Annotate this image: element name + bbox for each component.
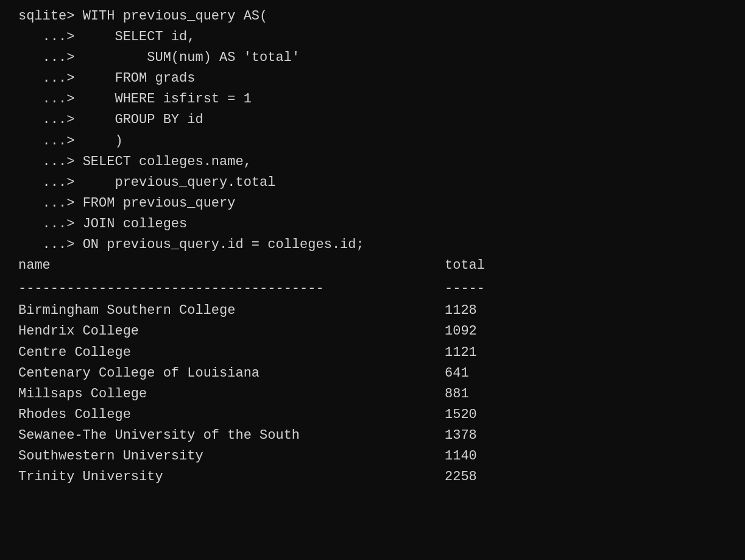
prompt-11: ...> — [18, 214, 83, 235]
result-name-4: Centenary College of Louisiana — [18, 363, 445, 384]
col-header-name: name — [18, 255, 445, 276]
result-total-1: 1128 — [445, 300, 477, 321]
query-line-3: ...> SUM(num) AS 'total' — [18, 48, 745, 68]
query-line-2: ...> SELECT id, — [18, 27, 745, 48]
terminal: sqlite> WITH previous_query AS( ...> SEL… — [18, 6, 745, 560]
code-6: GROUP BY id — [83, 110, 203, 130]
query-line-11: ...> JOIN colleges — [18, 214, 745, 235]
column-header-row: nametotal — [18, 255, 745, 276]
result-name-1: Birmingham Southern College — [18, 300, 445, 321]
result-name-6: Rhodes College — [18, 405, 445, 425]
result-name-7: Sewanee-The University of the South — [18, 425, 445, 446]
result-row-8: Southwestern University1140 — [18, 446, 745, 467]
separator-row: ----------------------------------------… — [18, 278, 745, 299]
code-8: SELECT colleges.name, — [83, 152, 252, 172]
query-line-4: ...> FROM grads — [18, 68, 745, 89]
result-row-4: Centenary College of Louisiana641 — [18, 363, 745, 384]
prompt-4: ...> — [18, 68, 83, 89]
result-name-2: Hendrix College — [18, 321, 445, 342]
query-line-12: ...> ON previous_query.id = colleges.id; — [18, 235, 745, 255]
result-total-5: 881 — [445, 384, 469, 405]
query-line-8: ...> SELECT colleges.name, — [18, 152, 745, 172]
result-row-2: Hendrix College1092 — [18, 321, 745, 342]
prompt-1: sqlite> — [18, 6, 83, 27]
result-name-5: Millsaps College — [18, 384, 445, 405]
code-11: JOIN colleges — [83, 214, 188, 235]
code-10: FROM previous_query — [83, 193, 236, 214]
result-name-8: Southwestern University — [18, 446, 445, 467]
prompt-5: ...> — [18, 89, 83, 110]
query-line-6: ...> GROUP BY id — [18, 110, 745, 130]
prompt-2: ...> — [18, 27, 83, 48]
separator-total: ----- — [445, 278, 485, 299]
result-total-8: 1140 — [445, 446, 477, 467]
query-line-9: ...> previous_query.total — [18, 172, 745, 193]
result-total-6: 1520 — [445, 405, 477, 425]
result-row-7: Sewanee-The University of the South1378 — [18, 425, 745, 446]
result-name-9: Trinity University — [18, 467, 445, 487]
query-line-7: ...> ) — [18, 131, 745, 152]
separator-name: -------------------------------------- — [18, 278, 445, 299]
result-name-3: Centre College — [18, 342, 445, 363]
prompt-6: ...> — [18, 110, 83, 130]
result-row-9: Trinity University2258 — [18, 467, 745, 487]
code-12: ON previous_query.id = colleges.id; — [83, 235, 364, 255]
prompt-9: ...> — [18, 172, 83, 193]
prompt-12: ...> — [18, 235, 83, 255]
code-5: WHERE isfirst = 1 — [83, 89, 252, 110]
result-total-9: 2258 — [445, 467, 477, 487]
prompt-8: ...> — [18, 152, 83, 172]
result-total-7: 1378 — [445, 425, 477, 446]
prompt-3: ...> — [18, 48, 83, 68]
query-line-1: sqlite> WITH previous_query AS( — [18, 6, 745, 27]
code-7: ) — [83, 131, 123, 152]
result-row-5: Millsaps College881 — [18, 384, 745, 405]
result-total-4: 641 — [445, 363, 469, 384]
prompt-10: ...> — [18, 193, 83, 214]
code-4: FROM grads — [83, 68, 196, 89]
code-1: WITH previous_query AS( — [83, 6, 268, 27]
result-total-2: 1092 — [445, 321, 477, 342]
result-row-1: Birmingham Southern College1128 — [18, 300, 745, 321]
prompt-7: ...> — [18, 131, 83, 152]
result-total-3: 1121 — [445, 342, 477, 363]
query-line-10: ...> FROM previous_query — [18, 193, 745, 214]
query-line-5: ...> WHERE isfirst = 1 — [18, 89, 745, 110]
result-row-6: Rhodes College1520 — [18, 405, 745, 425]
col-header-total: total — [445, 255, 485, 276]
code-2: SELECT id, — [83, 27, 196, 48]
result-row-3: Centre College1121 — [18, 342, 745, 363]
code-9: previous_query.total — [83, 172, 276, 193]
code-3: SUM(num) AS 'total' — [83, 48, 300, 68]
